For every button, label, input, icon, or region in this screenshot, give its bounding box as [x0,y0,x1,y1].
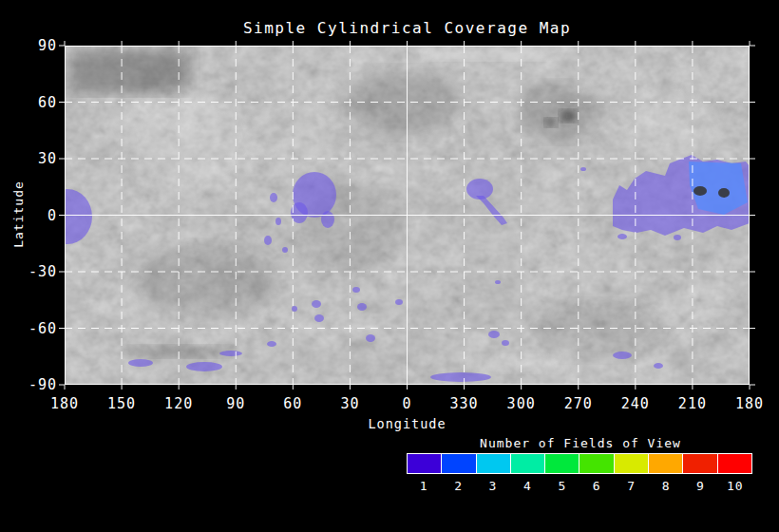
colorbar-cell [442,454,475,473]
colorbar-cell [649,454,682,473]
colorbar-tick-label: 3 [476,479,510,493]
coverage-patch [430,372,491,382]
coverage-patch [270,193,277,202]
colorbar-tick-label: 8 [649,479,683,493]
coverage-patch [267,341,276,347]
colorbar-tick-labels: 12345678910 [407,479,752,493]
colorbar-tick-label: 7 [614,479,648,493]
coverage-patch [282,247,288,253]
colorbar-cell [408,454,441,473]
coverage-patch [718,188,730,198]
colorbar-tick-label: 4 [510,479,544,493]
coverage-patch [352,287,360,293]
map-plot [65,46,750,385]
y-tick-label: 60 [0,94,57,111]
coverage-patch [654,363,663,369]
colorbar-tick-label: 6 [580,479,614,493]
colorbar-tick-label: 5 [545,479,580,493]
coverage-patch [219,351,242,356]
coverage-patch [613,352,632,359]
colorbar-cell [477,454,510,473]
coverage-patch [495,280,501,284]
colorbar-title: Number of Fields of View [407,436,754,450]
coverage-patch [488,331,500,338]
coverage-patch [321,211,334,228]
coverage-patch [314,314,324,322]
y-tick-label: 90 [0,37,57,54]
y-tick-label: -60 [0,320,57,337]
y-tick-label: -30 [0,263,57,280]
coverage-patch [312,300,321,308]
coverage-patch [292,306,297,312]
coverage-patch [395,299,403,305]
colorbar [407,453,752,474]
coverage-patch [186,362,222,371]
coverage-patch [618,234,627,239]
plot-title: Simple Cylindrical Coverage Map [65,19,750,37]
colorbar-cell [683,454,716,473]
colorbar-cell [580,454,613,473]
coverage-patch [264,236,272,245]
coverage-patch [128,359,153,367]
bright-basin-west [124,90,256,195]
coverage-patch [366,334,375,342]
coverage-patch [580,167,586,171]
y-tick-label: -90 [0,376,57,393]
colorbar-tick-label: 2 [441,479,475,493]
colorbar-cell [615,454,648,473]
y-tick-label: 30 [0,150,57,167]
colorbar-tick-label: 1 [407,479,441,493]
dark-mare-top-left [69,50,188,93]
x-tick-label: 180 [716,395,779,412]
coverage-patch [694,186,707,196]
coverage-patch [502,340,509,346]
y-tick-label: 0 [0,207,57,224]
bright-streak-top [426,49,549,60]
colorbar-cell [718,454,751,473]
coverage-patch [357,303,367,311]
colorbar-tick-label: 10 [718,479,752,493]
coverage-patch [674,235,681,240]
coverage-map-figure: Simple Cylindrical Coverage Map [0,0,779,532]
colorbar-tick-label: 9 [683,479,717,493]
coverage-patch [276,218,281,225]
colorbar-cell [545,454,579,473]
colorbar-cell [511,454,544,473]
x-axis-title: Longitude [65,416,750,431]
